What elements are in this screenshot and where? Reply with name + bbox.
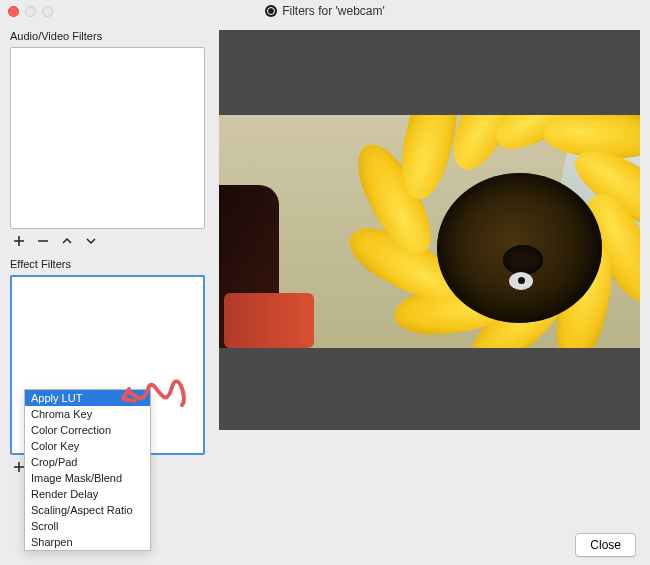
- av-filters-toolbar: [10, 229, 205, 258]
- add-av-filter-button[interactable]: [12, 234, 26, 248]
- effect-filter-menu-item[interactable]: Image Mask/Blend: [25, 470, 150, 486]
- titlebar: Filters for 'webcam': [0, 0, 650, 22]
- effect-filters-label: Effect Filters: [10, 258, 205, 270]
- right-panel: Close: [215, 22, 650, 565]
- effect-filter-menu-item[interactable]: Chroma Key: [25, 406, 150, 422]
- effect-filter-menu-item[interactable]: Color Correction: [25, 422, 150, 438]
- move-av-filter-down-button[interactable]: [84, 234, 98, 248]
- close-button[interactable]: Close: [575, 533, 636, 557]
- move-av-filter-up-button[interactable]: [60, 234, 74, 248]
- effect-filter-menu-item[interactable]: Scroll: [25, 518, 150, 534]
- window-title-text: Filters for 'webcam': [282, 4, 385, 18]
- preview-content: [224, 293, 314, 348]
- video-preview: [219, 115, 640, 348]
- preview-area: [219, 30, 640, 430]
- effect-filter-menu-item[interactable]: Sharpen: [25, 534, 150, 550]
- effect-filter-menu-item[interactable]: Crop/Pad: [25, 454, 150, 470]
- effect-filter-menu-item[interactable]: Apply LUT: [25, 390, 150, 406]
- remove-av-filter-button[interactable]: [36, 234, 50, 248]
- effect-filter-menu-item[interactable]: Color Key: [25, 438, 150, 454]
- obs-icon: [265, 5, 277, 17]
- effect-filter-menu[interactable]: Apply LUTChroma KeyColor CorrectionColor…: [24, 389, 151, 551]
- av-filters-list[interactable]: [10, 47, 205, 229]
- window-title: Filters for 'webcam': [0, 4, 650, 18]
- preview-content: [509, 272, 533, 290]
- preview-content: [503, 245, 543, 275]
- effect-filter-menu-item[interactable]: Scaling/Aspect Ratio: [25, 502, 150, 518]
- effect-filter-menu-item[interactable]: Render Delay: [25, 486, 150, 502]
- av-filters-label: Audio/Video Filters: [10, 30, 205, 42]
